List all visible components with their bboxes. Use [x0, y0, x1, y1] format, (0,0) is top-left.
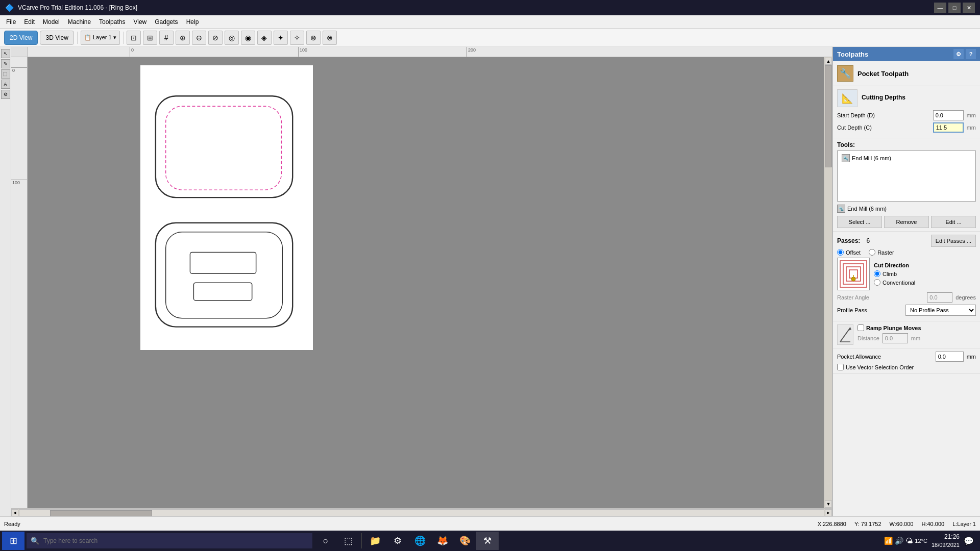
- svg-rect-1: [166, 106, 282, 190]
- menu-toolpaths[interactable]: Toolpaths: [95, 17, 129, 27]
- sidebar-btn-1[interactable]: ↖: [1, 49, 10, 58]
- menu-edit[interactable]: Edit: [20, 17, 39, 27]
- menubar: File Edit Model Machine Toolpaths View G…: [0, 15, 980, 29]
- notification-icon[interactable]: 💬: [964, 536, 974, 546]
- vcarve-button[interactable]: ⚒: [476, 532, 499, 550]
- raster-radio-label[interactable]: Raster: [869, 249, 894, 256]
- use-vector-selection-checkbox[interactable]: [837, 364, 844, 370]
- toolbar-icon-2[interactable]: ⊞: [143, 31, 157, 45]
- cut-depth-label: Cut Depth (C): [837, 124, 930, 131]
- climb-radio-label[interactable]: Climb: [874, 270, 915, 277]
- canvas-area[interactable]: ▲ ▼: [28, 57, 832, 508]
- toolbar-icon-5[interactable]: ⊖: [192, 31, 206, 45]
- left-sidebar: ↖ ✎ ⬚ A ⚙: [0, 47, 11, 516]
- ruler-mark-0: 0: [130, 47, 134, 57]
- climb-radio[interactable]: [874, 270, 880, 277]
- toolbar-icon-4[interactable]: ⊕: [176, 31, 190, 45]
- clock-time: 21:26: [932, 533, 960, 541]
- scroll-thumb-v[interactable]: [825, 65, 832, 167]
- close-button[interactable]: ✕: [963, 3, 975, 13]
- edit-tool-button[interactable]: Edit ...: [931, 216, 976, 228]
- edit-passes-button[interactable]: Edit Passes ...: [931, 235, 976, 247]
- offset-radio-label[interactable]: Offset: [837, 249, 861, 256]
- ramp-distance-input[interactable]: [883, 333, 908, 343]
- pocket-toolpath-title: Pocket Toolpath: [857, 70, 909, 78]
- conventional-radio-label[interactable]: Conventional: [874, 279, 915, 286]
- cut-direction-preview: [837, 258, 870, 290]
- toolbar-icon-13[interactable]: ⊜: [323, 31, 337, 45]
- horizontal-ruler: 0 100 200: [28, 47, 832, 57]
- titlebar: 🔷 VCarve Pro Trial Edition 11.006 - [Rin…: [0, 0, 980, 15]
- rulers: 0 100 200: [11, 47, 832, 57]
- pocket-allowance-row: Pocket Allowance mm: [837, 352, 976, 362]
- v-ruler-mark-0: 0: [11, 67, 28, 73]
- toolbar-icon-12[interactable]: ⊛: [306, 31, 321, 45]
- sidebar-btn-5[interactable]: ⚙: [1, 90, 10, 99]
- scroll-down-btn[interactable]: ▼: [825, 500, 832, 508]
- raster-angle-input[interactable]: [927, 292, 952, 303]
- toolbar-icon-10[interactable]: ✦: [274, 31, 288, 45]
- tray-volume-icon[interactable]: 🔊: [895, 537, 903, 545]
- menu-help[interactable]: Help: [182, 17, 203, 27]
- panel-help-btn[interactable]: ?: [966, 49, 976, 59]
- app-button-1[interactable]: 🎨: [454, 532, 476, 550]
- tray-weather-icon[interactable]: 🌤: [905, 537, 913, 545]
- start-button[interactable]: ⊞: [2, 532, 24, 550]
- cortana-button[interactable]: ○: [314, 532, 337, 550]
- browser-button-1[interactable]: 🌐: [409, 532, 431, 550]
- layer-dropdown-button[interactable]: 📋 Layer 1 ▾: [81, 31, 120, 45]
- start-depth-input[interactable]: [933, 110, 964, 120]
- tool-footer-icon: 🔩: [837, 205, 845, 213]
- panel-settings-btn[interactable]: ⚙: [953, 49, 964, 59]
- offset-label: Offset: [846, 249, 861, 256]
- offset-radio[interactable]: [837, 249, 844, 256]
- toolbar-icon-9[interactable]: ◈: [257, 31, 272, 45]
- menu-machine[interactable]: Machine: [64, 17, 95, 27]
- scroll-left-btn[interactable]: ◄: [11, 509, 18, 516]
- sidebar-btn-4[interactable]: A: [1, 80, 10, 89]
- scroll-thumb-h[interactable]: [50, 510, 152, 516]
- toolbar-icon-7[interactable]: ◎: [225, 31, 239, 45]
- ramp-distance-label: Distance: [857, 335, 879, 341]
- minimize-button[interactable]: —: [934, 3, 946, 13]
- conventional-radio[interactable]: [874, 279, 880, 286]
- browser-button-2[interactable]: 🦊: [431, 532, 454, 550]
- remove-tool-button[interactable]: Remove: [884, 216, 929, 228]
- toolbar-icon-1[interactable]: ⊡: [127, 31, 141, 45]
- tray-network-icon[interactable]: 📶: [884, 537, 893, 545]
- scroll-right-btn[interactable]: ►: [825, 509, 832, 516]
- sidebar-btn-2[interactable]: ✎: [1, 59, 10, 68]
- ramp-checkbox[interactable]: [857, 324, 864, 331]
- menu-view[interactable]: View: [129, 17, 151, 27]
- search-bar[interactable]: 🔍: [27, 533, 312, 548]
- coord-x: X:226.8880: [818, 521, 846, 527]
- scroll-up-btn[interactable]: ▲: [825, 58, 832, 65]
- raster-radio[interactable]: [869, 249, 875, 256]
- cut-direction-area: Cut Direction Climb Conventional: [837, 258, 976, 290]
- toolbar-icon-6[interactable]: ⊘: [208, 31, 223, 45]
- taskview-button[interactable]: ⬚: [337, 532, 359, 550]
- menu-model[interactable]: Model: [39, 17, 64, 27]
- pocket-allowance-input[interactable]: [936, 352, 964, 362]
- search-input[interactable]: [43, 537, 308, 544]
- select-tool-button[interactable]: Select ...: [837, 216, 882, 228]
- toolbar-icon-8[interactable]: ◉: [241, 31, 255, 45]
- corner-ruler: [11, 47, 28, 57]
- sidebar-btn-3[interactable]: ⬚: [1, 69, 10, 79]
- cut-depth-input[interactable]: [933, 122, 964, 133]
- settings-button[interactable]: ⚙: [386, 532, 409, 550]
- menu-gadgets[interactable]: Gadgets: [151, 17, 182, 27]
- view-3d-button[interactable]: 3D View: [40, 31, 74, 45]
- menu-file[interactable]: File: [2, 17, 20, 27]
- view-2d-button[interactable]: 2D View: [4, 31, 38, 45]
- profile-pass-select[interactable]: No Profile Pass Last Pass Separate Last …: [905, 305, 976, 316]
- svg-rect-4: [190, 252, 256, 273]
- right-panel: Toolpaths ⚙ ? 🔧 Pocket Toolpath 📐 Cuttin…: [832, 47, 980, 516]
- file-explorer-button[interactable]: 📁: [364, 532, 386, 550]
- toolbar-icon-11[interactable]: ✧: [290, 31, 304, 45]
- time-area[interactable]: 21:26 18/09/2021: [932, 533, 960, 549]
- svg-rect-0: [156, 96, 292, 197]
- maximize-button[interactable]: □: [948, 3, 961, 13]
- toolbar-icon-3[interactable]: #: [159, 31, 174, 45]
- climb-label: Climb: [883, 271, 897, 277]
